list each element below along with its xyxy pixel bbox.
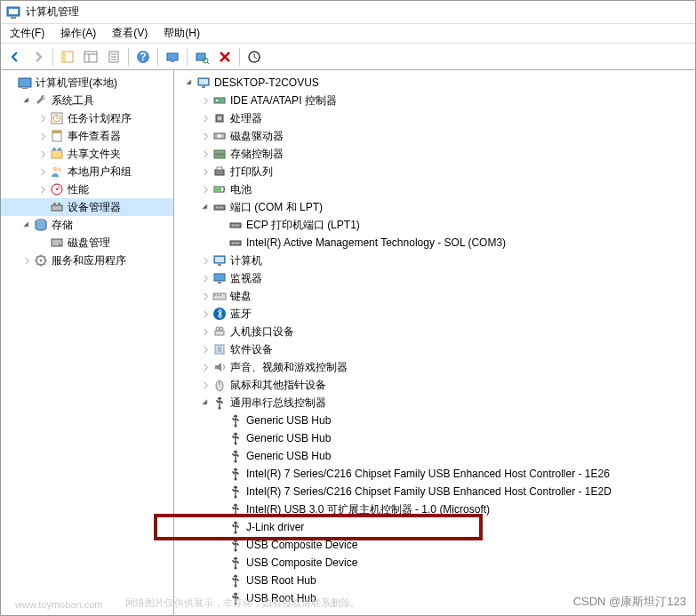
expander-icon[interactable] bbox=[199, 201, 212, 213]
tree-row[interactable]: 计算机管理(本地) bbox=[1, 74, 173, 92]
tree-row[interactable]: USB Root Hub bbox=[174, 572, 695, 589]
tree-row[interactable]: 性能 bbox=[1, 180, 173, 198]
tree-row[interactable]: 设备管理器 bbox=[1, 198, 173, 216]
expander-icon[interactable] bbox=[199, 130, 212, 142]
tree-row[interactable]: 磁盘驱动器 bbox=[174, 127, 695, 145]
tree-label: 存储控制器 bbox=[230, 147, 284, 162]
menu-action[interactable]: 操作(A) bbox=[53, 24, 103, 43]
expander-icon[interactable] bbox=[199, 272, 212, 284]
expander-icon[interactable] bbox=[36, 183, 49, 196]
tree-row[interactable]: USB Composite Device bbox=[174, 554, 695, 572]
tree-row[interactable]: 通用串行总线控制器 bbox=[174, 394, 695, 412]
tree-row[interactable]: 存储 bbox=[1, 216, 173, 234]
expander-icon[interactable] bbox=[199, 290, 212, 302]
tree-label: Intel(R) USB 3.0 可扩展主机控制器 - 1.0 (Microso… bbox=[246, 502, 490, 517]
tree-row[interactable]: Intel(R) 7 Series/C216 Chipset Family US… bbox=[174, 465, 695, 483]
expander-icon[interactable] bbox=[199, 183, 212, 196]
svg-point-68 bbox=[232, 243, 234, 244]
expander-icon[interactable] bbox=[199, 112, 212, 124]
expander-icon[interactable] bbox=[183, 76, 196, 89]
tree-row[interactable]: 电池 bbox=[174, 180, 695, 198]
scan-hardware-button[interactable] bbox=[191, 46, 212, 68]
tree-label: 共享文件夹 bbox=[68, 147, 121, 162]
svg-point-29 bbox=[52, 148, 56, 151]
expander-icon[interactable] bbox=[36, 112, 49, 124]
tree-row[interactable]: 声音、视频和游戏控制器 bbox=[174, 358, 695, 376]
bt-icon bbox=[212, 307, 227, 321]
menu-help[interactable]: 帮助(H) bbox=[156, 24, 207, 43]
expander-icon[interactable] bbox=[199, 343, 212, 356]
show-hidden-button[interactable] bbox=[162, 46, 183, 68]
tree-row[interactable]: Intel(R) USB 3.0 可扩展主机控制器 - 1.0 (Microso… bbox=[174, 500, 695, 518]
tree-row[interactable]: 任务计划程序 bbox=[1, 109, 173, 127]
help-button[interactable]: ? bbox=[132, 46, 154, 68]
console-tree-button[interactable] bbox=[80, 46, 101, 68]
window-title: 计算机管理 bbox=[26, 4, 79, 20]
tree-row[interactable]: 鼠标和其他指针设备 bbox=[174, 376, 695, 394]
expander-icon[interactable] bbox=[20, 219, 33, 231]
tree-row[interactable]: Intel(R) 7 Series/C216 Chipset Family US… bbox=[174, 483, 695, 500]
svg-rect-74 bbox=[214, 274, 225, 281]
uninstall-button[interactable] bbox=[214, 46, 236, 68]
tree-row[interactable]: 蓝牙 bbox=[174, 305, 695, 323]
tree-label: 计算机 bbox=[230, 253, 262, 268]
svg-rect-16 bbox=[196, 53, 205, 60]
menu-view[interactable]: 查看(V) bbox=[105, 24, 155, 43]
forward-button[interactable] bbox=[28, 46, 49, 68]
expander-icon[interactable] bbox=[199, 396, 212, 409]
expander-icon[interactable] bbox=[199, 254, 212, 267]
tree-row[interactable]: 计算机 bbox=[174, 252, 695, 269]
expander-icon[interactable] bbox=[199, 325, 212, 338]
tree-row[interactable]: 处理器 bbox=[174, 109, 695, 127]
tree-row[interactable]: Intel(R) Active Management Technology - … bbox=[174, 234, 695, 252]
svg-rect-37 bbox=[58, 203, 60, 205]
tree-row[interactable]: 人机接口设备 bbox=[174, 323, 695, 340]
tree-label: 磁盘驱动器 bbox=[230, 129, 284, 144]
tree-row[interactable]: 事件查看器 bbox=[1, 127, 173, 145]
tree-row[interactable]: DESKTOP-T2COVUS bbox=[174, 74, 695, 92]
tree-row[interactable]: Generic USB Hub bbox=[174, 412, 695, 429]
task-icon bbox=[50, 111, 64, 125]
tree-row[interactable]: IDE ATA/ATAPI 控制器 bbox=[174, 92, 695, 109]
expander-icon[interactable] bbox=[199, 379, 212, 391]
tree-row[interactable]: 本地用户和组 bbox=[1, 163, 173, 180]
expander-icon[interactable] bbox=[36, 130, 49, 142]
expander-icon[interactable] bbox=[199, 94, 212, 107]
svg-rect-27 bbox=[52, 131, 61, 133]
show-hide-tree-button[interactable] bbox=[57, 46, 78, 68]
expander-icon[interactable] bbox=[199, 361, 212, 373]
expander-icon[interactable] bbox=[20, 254, 33, 267]
expander-icon[interactable] bbox=[20, 94, 33, 107]
tree-label: Intel(R) Active Management Technology - … bbox=[246, 236, 506, 249]
expander-icon[interactable] bbox=[199, 308, 212, 320]
tree-row[interactable]: 打印队列 bbox=[174, 163, 695, 180]
tree-row[interactable]: J-Link driver bbox=[174, 518, 695, 536]
expander-icon[interactable] bbox=[36, 165, 49, 178]
tree-row[interactable]: 服务和应用程序 bbox=[1, 252, 173, 269]
back-button[interactable] bbox=[4, 46, 26, 68]
left-tree-pane[interactable]: 计算机管理(本地)系统工具任务计划程序事件查看器共享文件夹本地用户和组性能设备管… bbox=[1, 70, 174, 615]
properties-button[interactable] bbox=[103, 46, 124, 68]
tree-row[interactable]: ECP 打印机端口 (LPT1) bbox=[174, 216, 695, 234]
tree-row[interactable]: Generic USB Hub bbox=[174, 429, 695, 447]
tree-row[interactable]: 端口 (COM 和 LPT) bbox=[174, 198, 695, 216]
svg-rect-58 bbox=[215, 188, 221, 191]
tree-row[interactable]: 监视器 bbox=[174, 269, 695, 287]
expander-icon[interactable] bbox=[199, 165, 212, 178]
tree-label: USB Root Hub bbox=[246, 574, 316, 587]
tree-row[interactable]: 共享文件夹 bbox=[1, 145, 173, 163]
tree-row[interactable]: 软件设备 bbox=[174, 340, 695, 358]
expander-icon[interactable] bbox=[36, 148, 49, 160]
device-tree-pane[interactable]: DESKTOP-T2COVUSIDE ATA/ATAPI 控制器处理器磁盘驱动器… bbox=[174, 70, 695, 615]
tree-row[interactable]: 磁盘管理 bbox=[1, 234, 173, 252]
menu-file[interactable]: 文件(F) bbox=[3, 24, 52, 43]
tree-row[interactable]: 系统工具 bbox=[1, 92, 173, 109]
add-legacy-button[interactable] bbox=[244, 46, 265, 68]
tree-row[interactable]: 存储控制器 bbox=[174, 145, 695, 163]
tree-row[interactable]: Generic USB Hub bbox=[174, 447, 695, 465]
tree-row[interactable]: 键盘 bbox=[174, 287, 695, 305]
tree-label: USB Composite Device bbox=[246, 539, 357, 551]
expander-icon[interactable] bbox=[199, 148, 212, 160]
usb-icon bbox=[228, 449, 243, 463]
tree-row[interactable]: USB Composite Device bbox=[174, 536, 695, 554]
